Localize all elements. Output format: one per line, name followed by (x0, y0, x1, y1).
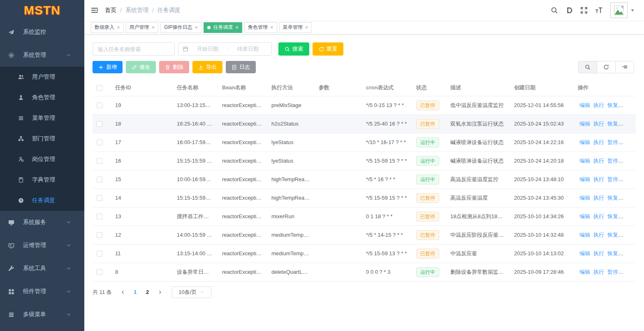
op-link[interactable]: 编辑 (579, 269, 590, 275)
op-link[interactable]: 编辑 (579, 139, 590, 145)
op-link[interactable]: 恢复 (607, 232, 618, 238)
next-page-button[interactable] (154, 287, 166, 298)
cell-task-name: 16:00-17:59碱… (173, 133, 218, 152)
prev-page-button[interactable] (117, 287, 129, 298)
date-range-picker[interactable]: 开始日期 : 结束日期 (178, 42, 272, 56)
export-button[interactable]: 导出 (192, 61, 222, 73)
sidebar-item[interactable]: 系统监控 (0, 21, 84, 44)
avatar[interactable] (610, 2, 628, 18)
op-link[interactable]: 暂停 (607, 176, 618, 182)
op-link[interactable]: 编辑 (579, 250, 590, 256)
tab-0[interactable]: 数据录入× (91, 22, 124, 33)
row-checkbox[interactable] (97, 269, 102, 275)
op-link[interactable]: 执行 (593, 232, 604, 238)
op-link[interactable]: 编辑 (579, 121, 590, 127)
caret-down-icon[interactable] (628, 8, 637, 13)
close-icon[interactable]: × (235, 25, 239, 30)
search-icon[interactable] (547, 7, 562, 14)
page-size-select[interactable]: 10条/页 (172, 287, 211, 298)
op-link[interactable]: 执行 (593, 213, 604, 219)
font-size-icon[interactable] (591, 7, 606, 14)
sidebar-subitem[interactable]: 用户管理 (0, 67, 84, 87)
row-checkbox[interactable] (97, 232, 102, 238)
reset-button[interactable]: 重置 (313, 42, 343, 56)
tab-4[interactable]: 角色管理× (244, 22, 277, 33)
sidebar-item[interactable]: 运维管理 (0, 234, 84, 257)
download-icon (198, 65, 204, 70)
close-icon[interactable]: × (195, 25, 198, 30)
op-link[interactable]: 恢复 (607, 250, 618, 256)
sidebar-item[interactable]: 系统工具 (0, 257, 84, 280)
row-checkbox[interactable] (97, 195, 102, 201)
row-checkbox[interactable] (97, 177, 102, 182)
cell-task-name: 搅拌器工作频率 (173, 207, 218, 226)
op-link[interactable]: 恢复 (607, 213, 618, 219)
op-link[interactable]: 编辑 (579, 195, 590, 201)
op-link[interactable]: 编辑 (579, 213, 590, 219)
close-icon[interactable]: × (270, 25, 273, 30)
task-name-search-input[interactable] (93, 42, 175, 56)
sidebar-item[interactable]: 系统服务 (0, 211, 84, 234)
sidebar-subitem[interactable]: 菜单管理 (0, 108, 84, 128)
log-button[interactable]: 日志 (226, 61, 256, 73)
row-checkbox[interactable] (97, 214, 102, 219)
cell-description: 18点检测从8点到18点… (446, 207, 510, 226)
close-icon[interactable]: × (305, 25, 308, 30)
sidebar-subitem[interactable]: 部门管理 (0, 128, 84, 149)
search-icon (285, 47, 290, 52)
op-link[interactable]: 编辑 (579, 176, 590, 182)
row-checkbox[interactable] (97, 103, 102, 108)
op-link[interactable]: 执行 (593, 195, 604, 201)
chevron-up-icon (66, 53, 71, 58)
sidebar-subitem[interactable]: 字典管理 (0, 170, 84, 190)
fullscreen-icon[interactable] (577, 7, 591, 14)
op-link[interactable]: 编辑 (579, 158, 590, 164)
sidebar-item[interactable]: 多级菜单 (0, 303, 84, 326)
docs-icon[interactable] (562, 7, 577, 14)
search-button[interactable]: 搜索 (278, 42, 309, 56)
op-link[interactable]: 编辑 (579, 232, 590, 238)
column-settings-button[interactable] (615, 61, 634, 73)
close-icon[interactable]: × (117, 25, 120, 30)
breadcrumb-item[interactable]: 首页 (105, 7, 116, 14)
row-checkbox[interactable] (97, 251, 102, 256)
cell-task-name: 13:00-13:15低… (173, 96, 218, 114)
op-link[interactable]: 暂停 (607, 269, 618, 275)
op-link[interactable]: 执行 (593, 250, 604, 256)
sidebar-subitem[interactable]: 任务调度 (0, 190, 84, 211)
op-link[interactable]: 暂停 (607, 139, 618, 145)
sidebar-item[interactable]: 系统管理 (0, 44, 84, 67)
delete-button[interactable]: 删除 (159, 61, 189, 73)
row-checkbox[interactable] (97, 140, 102, 145)
row-checkbox[interactable] (97, 158, 102, 164)
op-link[interactable]: 执行 (593, 158, 604, 164)
op-link[interactable]: 执行 (593, 269, 604, 275)
op-link[interactable]: 编辑 (579, 102, 590, 108)
op-link[interactable]: 恢复 (607, 195, 618, 201)
tab-2[interactable]: GIP操作日志× (160, 22, 202, 33)
tab-1[interactable]: 用户管理× (126, 22, 159, 33)
add-button[interactable]: 新增 (93, 61, 123, 73)
page-number[interactable]: 2 (141, 287, 154, 298)
op-link[interactable]: 执行 (593, 121, 604, 127)
page-number[interactable]: 1 (129, 287, 141, 298)
tab-3[interactable]: 任务调度× (204, 22, 242, 33)
refresh-button[interactable] (597, 61, 616, 73)
op-link[interactable]: 恢复 (607, 102, 618, 108)
sidebar-item[interactable]: 组件管理 (0, 280, 84, 303)
select-all-checkbox[interactable] (97, 85, 102, 91)
cell-task-id: 17 (111, 133, 173, 152)
row-checkbox[interactable] (97, 121, 102, 127)
op-link[interactable]: 执行 (593, 176, 604, 182)
op-link[interactable]: 执行 (593, 139, 604, 145)
tab-5[interactable]: 菜单管理× (279, 22, 312, 33)
op-link[interactable]: 执行 (593, 102, 604, 108)
search-toggle-button[interactable] (578, 61, 597, 73)
sidebar-subitem[interactable]: 角色管理 (0, 87, 84, 108)
hamburger-icon[interactable] (91, 7, 98, 14)
op-link[interactable]: 恢复 (607, 121, 618, 127)
close-icon[interactable]: × (152, 25, 155, 30)
op-link[interactable]: 暂停 (607, 158, 618, 164)
sidebar-subitem[interactable]: 岗位管理 (0, 149, 84, 170)
edit-button[interactable]: 修改 (126, 61, 156, 73)
